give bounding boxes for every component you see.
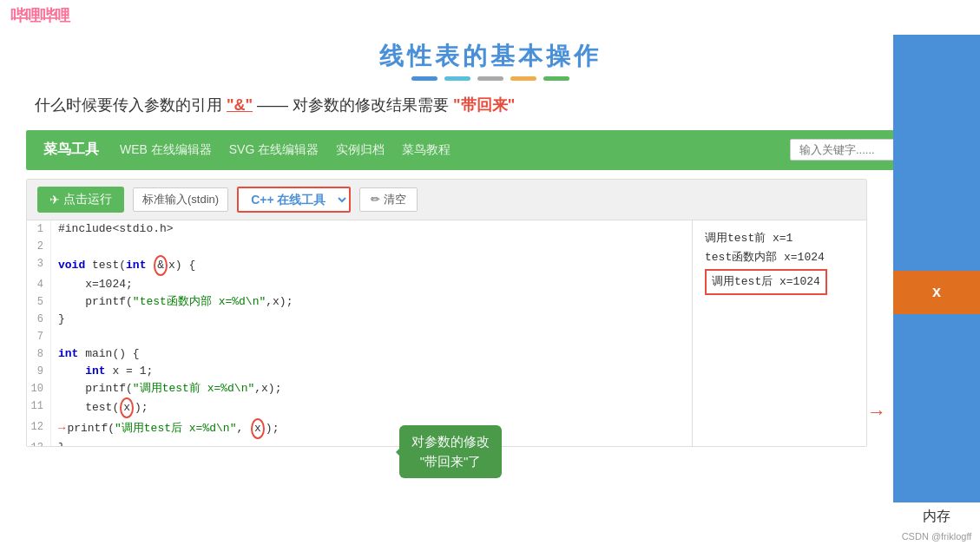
- code-line-1: 1 #include<stdio.h>: [27, 220, 692, 238]
- search-input[interactable]: [790, 139, 903, 161]
- run-button[interactable]: ✈ 点击运行: [37, 187, 124, 213]
- code-line-10: 10 printf("调用test前 x=%d\n",x);: [27, 380, 692, 397]
- dot-2: [444, 76, 470, 81]
- dot-5: [543, 76, 569, 81]
- memory-top-blue: [893, 35, 980, 271]
- csdn-label: CSDN @friklogff: [893, 531, 980, 545]
- tooltip-line1: 对参数的修改: [411, 434, 490, 449]
- output-line-2: test函数内部 x=1024: [705, 248, 854, 267]
- code-line-7: 7: [27, 328, 692, 345]
- tooltip-line2: "带回来"了: [420, 454, 482, 469]
- subtitle-ampersand: "&": [227, 96, 253, 114]
- memory-label: 内存: [893, 502, 980, 531]
- code-panel: 1 #include<stdio.h> 2 3 void test(int &x…: [27, 220, 693, 446]
- clear-button[interactable]: ✏ 清空: [359, 187, 418, 212]
- title-divider: [0, 76, 980, 81]
- page-title: 线性表的基本操作: [0, 31, 980, 76]
- nav-link-web[interactable]: WEB 在线编辑器: [120, 142, 212, 158]
- dot-4: [510, 76, 536, 81]
- code-line-3: 3 void test(int &x) {: [27, 255, 692, 276]
- bilibili-icon: 哔哩哔哩: [10, 5, 69, 26]
- nav-link-tutorial[interactable]: 菜鸟教程: [402, 142, 451, 158]
- code-line-11: 11 test(x);: [27, 397, 692, 418]
- code-line-5: 5 printf("test函数内部 x=%d\n",x);: [27, 293, 692, 311]
- memory-sidebar: x 内存 CSDN @friklogff: [893, 0, 980, 545]
- code-line-4: 4 x=1024;: [27, 276, 692, 293]
- subtitle-dashes: —— 对参数的修改结果需要: [253, 96, 453, 114]
- nav-link-svg[interactable]: SVG 在线编辑器: [229, 142, 319, 158]
- code-line-2: 2: [27, 238, 692, 255]
- editor-toolbar: ✈ 点击运行 标准输入(stdin) C++ 在线工具 ✏ 清空: [27, 180, 866, 220]
- code-output: 1 #include<stdio.h> 2 3 void test(int &x…: [27, 220, 866, 446]
- code-line-12: 12 →printf("调用test后 x=%d\n", x);: [27, 418, 692, 439]
- dot-3: [477, 76, 503, 81]
- top-bar: 哔哩哔哩: [0, 0, 980, 31]
- navbar-brand: 菜鸟工具: [43, 141, 99, 159]
- code-line-6: 6 }: [27, 311, 692, 328]
- nav-link-examples[interactable]: 实例归档: [336, 142, 385, 158]
- memory-bottom-blue: [893, 314, 980, 502]
- output-panel: 调用test前 x=1 test函数内部 x=1024 调用test后 x=10…: [693, 220, 866, 446]
- navbar: 菜鸟工具 WEB 在线编辑器 SVG 在线编辑器 实例归档 菜鸟教程 🔍: [26, 130, 954, 170]
- mem-arrow: →: [867, 401, 886, 424]
- output-line-1: 调用test前 x=1: [705, 229, 854, 248]
- output-line-highlighted: 调用test后 x=1024: [705, 267, 854, 295]
- navbar-links: WEB 在线编辑器 SVG 在线编辑器 实例归档 菜鸟教程: [120, 142, 790, 158]
- top-logo: 哔哩哔哩: [10, 5, 69, 26]
- code-line-8: 8 int main() {: [27, 345, 692, 363]
- subtitle-highlight: "带回来": [453, 96, 515, 114]
- editor-area: ✈ 点击运行 标准输入(stdin) C++ 在线工具 ✏ 清空 1 #incl…: [26, 179, 867, 447]
- dot-1: [411, 76, 437, 81]
- stdin-label: 标准输入(stdin): [133, 187, 228, 212]
- run-icon: ✈: [49, 193, 60, 207]
- tooltip-bubble: 对参数的修改 "带回来"了: [399, 425, 502, 478]
- subtitle: 什么时候要传入参数的引用 "&" —— 对参数的修改结果需要 "带回来": [0, 93, 980, 130]
- code-line-9: 9 int x = 1;: [27, 363, 692, 380]
- code-line-13: 13 }: [27, 439, 692, 446]
- subtitle-before: 什么时候要传入参数的引用: [35, 96, 227, 114]
- clear-icon: ✏: [371, 193, 380, 206]
- tool-selector[interactable]: C++ 在线工具: [237, 187, 351, 213]
- memory-x-block: x: [893, 271, 980, 314]
